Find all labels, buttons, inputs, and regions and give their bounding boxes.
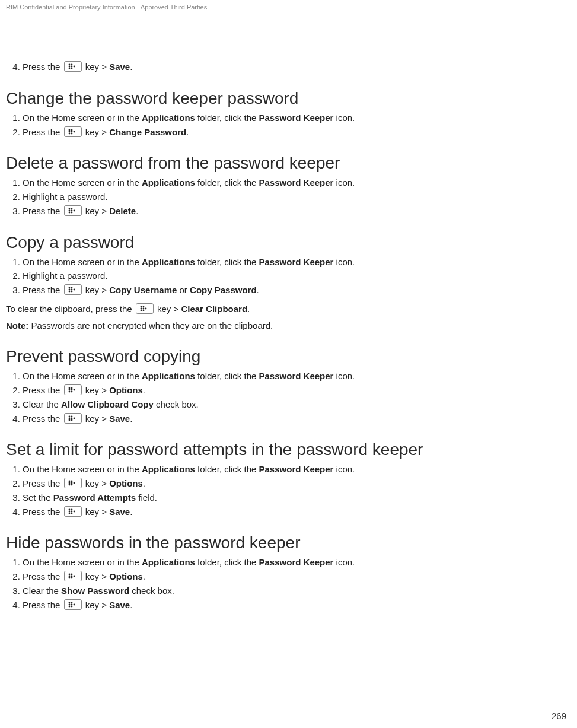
svg-point-71	[71, 602, 72, 603]
bold-term: Password Keeper	[259, 113, 334, 123]
svg-point-40	[68, 391, 70, 393]
svg-point-5	[68, 68, 70, 69]
svg-point-19	[68, 211, 70, 213]
bold-term: Password Keeper	[259, 464, 334, 474]
svg-point-44	[68, 417, 70, 419]
svg-point-67	[73, 576, 75, 577]
svg-point-6	[71, 68, 72, 69]
svg-point-70	[68, 602, 70, 603]
svg-point-43	[71, 415, 72, 417]
bold-term: Applications	[142, 371, 195, 381]
svg-point-39	[73, 389, 75, 391]
step-list: On the Home screen or in the Application…	[6, 256, 571, 297]
svg-point-29	[142, 306, 144, 307]
svg-point-60	[73, 510, 75, 512]
svg-point-62	[71, 512, 72, 514]
step-list: On the Home screen or in the Application…	[6, 556, 571, 611]
svg-point-72	[68, 603, 70, 605]
svg-point-35	[68, 387, 70, 389]
menu-key-icon	[64, 599, 82, 610]
menu-key-icon	[64, 571, 82, 581]
svg-point-64	[71, 574, 72, 576]
list-item: On the Home screen or in the Application…	[23, 112, 571, 125]
svg-point-49	[68, 481, 70, 482]
svg-point-46	[73, 417, 75, 419]
svg-point-10	[71, 131, 72, 132]
bold-term: Applications	[142, 464, 195, 474]
svg-point-50	[71, 481, 72, 482]
clipboard-note: To clear the clipboard, press the key > …	[6, 303, 571, 316]
list-item: Clear the Show Password check box.	[23, 584, 571, 597]
menu-key-icon	[64, 284, 82, 295]
page-number: 269	[552, 711, 566, 721]
svg-point-20	[71, 211, 72, 213]
bold-term: Copy Password	[190, 285, 257, 295]
svg-point-15	[71, 208, 72, 209]
svg-point-56	[68, 508, 70, 510]
bold-term: Delete	[109, 206, 136, 216]
svg-point-53	[73, 482, 75, 484]
list-item: Press the key > Save.	[23, 61, 571, 74]
step-list: On the Home screen or in the Application…	[6, 112, 571, 139]
list-item: On the Home screen or in the Application…	[23, 463, 571, 476]
list-item: Set the Password Attempts field.	[23, 491, 571, 504]
svg-point-73	[71, 603, 72, 605]
list-item: Press the key > Delete.	[23, 205, 571, 218]
svg-point-65	[68, 576, 70, 577]
svg-point-34	[142, 309, 144, 311]
list-item: Press the key > Options.	[23, 384, 571, 397]
svg-point-1	[71, 64, 72, 66]
svg-point-47	[68, 419, 70, 421]
bold-term: Save	[109, 62, 130, 72]
svg-point-13	[71, 132, 72, 134]
list-item: On the Home screen or in the Application…	[23, 556, 571, 569]
encryption-note: Note: Passwords are not encrypted when t…	[6, 319, 571, 332]
note-label: Note:	[6, 320, 28, 330]
bold-term: Applications	[142, 177, 195, 187]
svg-point-28	[140, 306, 142, 307]
menu-key-icon	[64, 61, 82, 72]
svg-point-58	[68, 510, 70, 512]
menu-key-icon	[64, 506, 82, 517]
bold-term: Change Password	[109, 127, 186, 137]
svg-point-41	[71, 391, 72, 393]
confidentiality-header: RIM Confidential and Proprietary Informa…	[0, 0, 577, 11]
svg-point-4	[73, 66, 75, 68]
section-heading: Set a limit for password attempts in the…	[6, 440, 571, 459]
list-item: Press the key > Save.	[23, 506, 571, 519]
bold-term: Save	[109, 414, 130, 424]
list-item: On the Home screen or in the Application…	[23, 370, 571, 383]
menu-key-icon	[64, 205, 82, 216]
list-item: Press the key > Save.	[23, 599, 571, 612]
bold-term: Password Attempts	[53, 492, 136, 503]
svg-point-12	[68, 132, 70, 134]
section-heading: Delete a password from the password keep…	[6, 154, 571, 173]
svg-point-11	[73, 131, 75, 132]
svg-point-14	[68, 208, 70, 209]
svg-point-38	[71, 389, 72, 391]
svg-point-76	[71, 605, 72, 607]
step-list: On the Home screen or in the Application…	[6, 463, 571, 518]
bold-term: Save	[109, 600, 130, 610]
bold-term: Show Password	[61, 586, 129, 596]
svg-point-37	[68, 389, 70, 391]
svg-point-74	[73, 603, 75, 605]
bold-term: Clear Clipboard	[181, 304, 247, 314]
svg-point-30	[140, 307, 142, 309]
list-item: On the Home screen or in the Application…	[23, 176, 571, 189]
svg-point-75	[68, 605, 70, 607]
list-item: Clear the Allow Clipboard Copy check box…	[23, 398, 571, 411]
svg-point-32	[145, 307, 146, 309]
svg-point-54	[68, 484, 70, 486]
section-heading: Change the password keeper password	[6, 89, 571, 108]
page-content: Press the key > Save.Change the password…	[0, 11, 577, 611]
menu-key-icon	[64, 478, 82, 488]
svg-point-36	[71, 387, 72, 389]
svg-point-68	[68, 577, 70, 579]
svg-point-0	[68, 64, 70, 66]
svg-point-45	[71, 417, 72, 419]
svg-point-59	[71, 510, 72, 512]
svg-point-27	[71, 291, 72, 293]
bold-term: Copy Username	[109, 285, 177, 295]
svg-point-48	[71, 419, 72, 421]
